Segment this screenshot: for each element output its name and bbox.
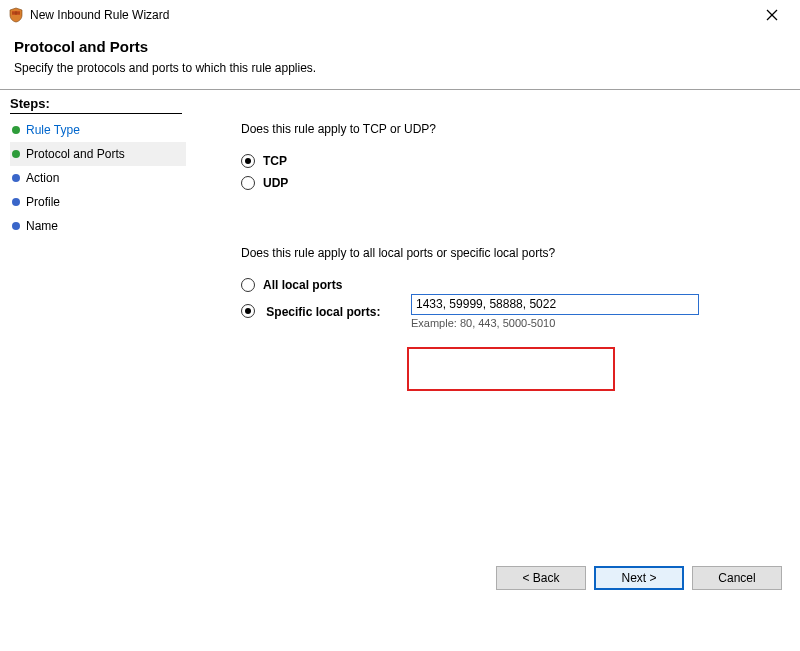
radio-icon[interactable] [241, 278, 255, 292]
step-label: Name [26, 219, 58, 233]
step-label: Action [26, 171, 59, 185]
steps-sidebar: Steps: Rule Type Protocol and Ports Acti… [0, 90, 186, 590]
radio-label-specific-ports: Specific local ports: [266, 304, 380, 318]
step-label: Protocol and Ports [26, 147, 125, 161]
radio-label-udp: UDP [263, 176, 288, 190]
radio-label-tcp: TCP [263, 154, 287, 168]
radio-tcp[interactable]: TCP [241, 150, 780, 172]
page-subtitle: Specify the protocols and ports to which… [14, 61, 786, 75]
close-button[interactable] [752, 1, 792, 29]
radio-label-all-ports: All local ports [263, 278, 342, 292]
bullet-icon [12, 198, 20, 206]
step-label: Profile [26, 195, 60, 209]
step-rule-type[interactable]: Rule Type [10, 118, 186, 142]
steps-heading: Steps: [10, 96, 182, 114]
step-profile[interactable]: Profile [10, 190, 186, 214]
step-action[interactable]: Action [10, 166, 186, 190]
firewall-icon [8, 7, 24, 23]
ports-example: Example: 80, 443, 5000-5010 [411, 317, 699, 329]
radio-icon[interactable] [241, 304, 255, 318]
radio-specific-local-ports[interactable]: Specific local ports: Example: 80, 443, … [241, 300, 780, 322]
page-title: Protocol and Ports [14, 38, 786, 55]
next-button[interactable]: Next > [594, 566, 684, 590]
radio-icon[interactable] [241, 154, 255, 168]
bullet-icon [12, 174, 20, 182]
step-name[interactable]: Name [10, 214, 186, 238]
close-icon [766, 9, 778, 21]
wizard-buttons: < Back Next > Cancel [496, 566, 782, 590]
bullet-icon [12, 222, 20, 230]
radio-icon[interactable] [241, 176, 255, 190]
bullet-icon [12, 150, 20, 158]
title-bar: New Inbound Rule Wizard [0, 0, 800, 30]
step-link[interactable]: Rule Type [26, 123, 80, 137]
protocol-question: Does this rule apply to TCP or UDP? [241, 122, 780, 136]
step-protocol-and-ports[interactable]: Protocol and Ports [10, 142, 186, 166]
wizard-content: Does this rule apply to TCP or UDP? TCP … [186, 90, 800, 590]
annotation-highlight [407, 347, 615, 391]
cancel-button[interactable]: Cancel [692, 566, 782, 590]
bullet-icon [12, 126, 20, 134]
ports-question: Does this rule apply to all local ports … [241, 246, 780, 260]
wizard-header: Protocol and Ports Specify the protocols… [0, 30, 800, 89]
specific-ports-input[interactable] [411, 294, 699, 315]
back-button[interactable]: < Back [496, 566, 586, 590]
window-title: New Inbound Rule Wizard [30, 8, 752, 22]
radio-udp[interactable]: UDP [241, 172, 780, 194]
